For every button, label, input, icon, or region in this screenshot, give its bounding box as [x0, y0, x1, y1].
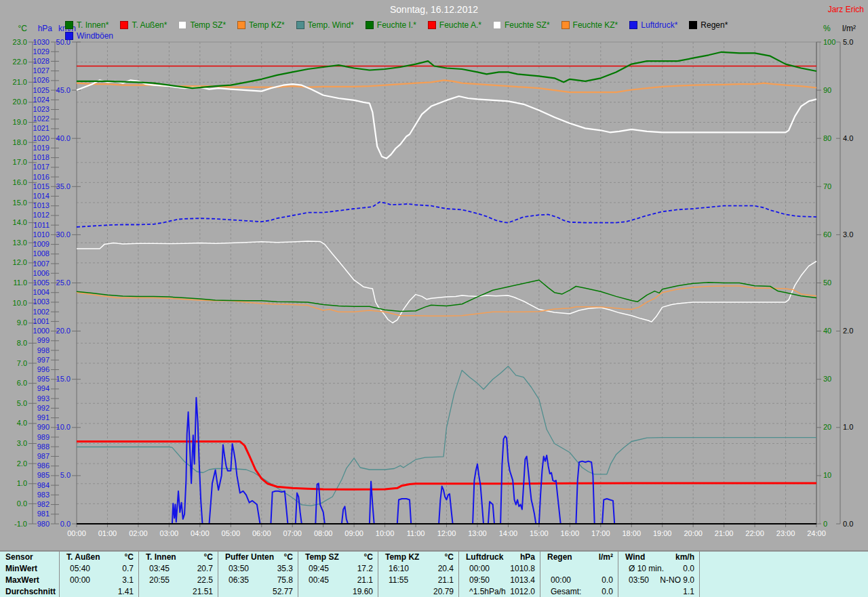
axis-tick-label: 1007 — [33, 260, 50, 268]
axis-tick-label: 0.0 — [843, 520, 853, 528]
cell-time: Temp SZ — [298, 552, 339, 562]
cell-value: 21.51 — [193, 587, 218, 596]
axis-tick-label: 19.0 — [13, 118, 27, 126]
table-cell-temp-sz-header: Temp SZ°C — [298, 552, 378, 563]
axis-tick-label: 11.0 — [13, 279, 27, 287]
axis-tick-label: 1008 — [33, 249, 50, 258]
axis-tick-label: 989 — [37, 433, 50, 441]
axis-tick-label: 21.0 — [13, 78, 27, 86]
axis-tick-label: 1013 — [33, 201, 50, 209]
table-cell-wind-header: Windkm/h — [618, 552, 700, 563]
table-cell-temp-kz-max: 11:5521.1 — [378, 575, 459, 586]
table-cell-t-innen-max: 20:5522.5 — [139, 575, 218, 586]
axis-tick-label: 5.0 — [60, 471, 71, 479]
cell-value: 1013.4 — [510, 575, 540, 585]
axis-tick-label: 50.0 — [56, 38, 71, 46]
axis-tick-label: 1.0 — [17, 479, 27, 487]
cell-time: 06:35 — [218, 575, 249, 585]
axis-tick-label: 1.0 — [843, 423, 853, 431]
x-axis-label: 06:00 — [252, 529, 271, 537]
cell-time: 00:00 — [540, 575, 571, 585]
x-axis-label: 20:00 — [684, 529, 703, 537]
table-cell-puffer-unten-avg: 52.77 — [218, 585, 298, 597]
cell-time: 03:50 — [618, 575, 649, 585]
stats-table: SensorT. Außen°CT. Innen°CPuffer Unten°C… — [0, 550, 868, 597]
axis-tick-label: 14.0 — [13, 218, 27, 226]
axis-tick-label: 991 — [37, 413, 50, 421]
table-cell-t-innen-min: 03:4520.7 — [139, 563, 218, 575]
axis-tick-label: 10.0 — [13, 299, 27, 307]
x-axis-label: 01:00 — [98, 529, 117, 537]
axis-tick-label: 90 — [823, 86, 831, 94]
table-cell-wind-max: 03:50N-NO 9.0 — [618, 575, 700, 586]
table-filler — [700, 552, 868, 563]
cell-value: 0.0 — [601, 587, 618, 596]
cell-value: km/h — [675, 552, 699, 562]
cell-value: 35.3 — [277, 564, 298, 573]
weather-chart: 23.022.021.020.019.018.017.016.015.014.0… — [0, 0, 868, 549]
axis-tick-label: 70 — [823, 182, 831, 190]
axis-tick-label: 35.0 — [56, 182, 71, 190]
x-axis-label: 21:00 — [715, 529, 734, 537]
axis-tick-label: 30 — [823, 375, 831, 383]
cell-value: 52.77 — [273, 587, 298, 596]
cell-time: 03:50 — [218, 564, 249, 573]
table-row-label: MaxWert — [0, 575, 60, 586]
table-cell-luftdruck-header: LuftdruckhPa — [459, 552, 540, 563]
axis-tick-label: 995 — [37, 375, 50, 383]
axis-tick-label: 983 — [37, 491, 50, 499]
cell-value: 21.1 — [438, 575, 458, 585]
cell-time: 03:45 — [139, 564, 170, 573]
x-axis-label: 00:00 — [67, 529, 86, 537]
x-axis-label: 10:00 — [376, 529, 395, 537]
axis-tick-label: 5.0 — [843, 38, 853, 46]
cell-time: ^1.5hPa/h — [459, 587, 506, 596]
table-row-label: Durchschnitt — [0, 585, 60, 597]
axis-tick-label: 1000 — [33, 327, 50, 335]
axis-tick-label: 12.0 — [13, 258, 27, 266]
table-filler — [700, 563, 868, 575]
axis-tick-label: 0.0 — [60, 520, 71, 528]
axis-tick-label: 1015 — [33, 182, 50, 190]
x-axis-label: 08:00 — [314, 529, 333, 537]
axis-tick-label: 1010 — [33, 230, 50, 239]
cell-time: 20:55 — [139, 575, 170, 585]
axis-tick-label: 1009 — [33, 240, 50, 248]
cell-value: °C — [204, 552, 218, 562]
axis-tick-label: 1024 — [33, 96, 50, 104]
weather-logger-window: Sonntag, 16.12.2012 Jarz Erich °ChPakm/h… — [0, 0, 868, 597]
axis-tick-label: 10 — [823, 471, 831, 479]
table-cell-t-au-en-max: 00:003.1 — [60, 575, 139, 586]
x-axis-label: 22:00 — [745, 529, 764, 537]
axis-tick-label: 40.0 — [56, 134, 71, 142]
table-cell-t-au-en-header: T. Außen°C — [60, 552, 139, 563]
table-cell-temp-kz-header: Temp KZ°C — [378, 552, 459, 563]
table-cell-luftdruck-max: 09:501013.4 — [459, 575, 540, 586]
cell-value: 20.7 — [197, 564, 218, 573]
cell-value: 1.41 — [118, 587, 138, 596]
table-row-label: MinWert — [0, 563, 60, 575]
axis-tick-label: 1029 — [33, 47, 50, 56]
table-cell-temp-sz-min: 09:4517.2 — [298, 563, 378, 575]
axis-tick-label: 993 — [37, 394, 50, 403]
cell-time: Temp KZ — [378, 552, 419, 562]
cell-value: 22.5 — [197, 575, 218, 585]
cell-time: Ø 10 min. — [618, 564, 664, 573]
table-cell-regen-header: Regenl/m² — [540, 552, 618, 563]
axis-tick-label: 980 — [37, 520, 50, 528]
cell-value: 0.0 — [601, 575, 618, 585]
axis-tick-label: 982 — [37, 500, 50, 508]
axis-tick-label: 1002 — [33, 308, 50, 316]
axis-tick-label: 16.0 — [13, 178, 27, 186]
cell-value: 3.1 — [122, 575, 138, 585]
axis-tick-label: 0.0 — [17, 499, 27, 508]
axis-tick-label: 2.0 — [843, 327, 853, 335]
table-cell-t-innen-avg: 21.51 — [139, 585, 218, 597]
axis-tick-label: 998 — [37, 346, 50, 354]
table-cell-temp-sz-avg: 19.60 — [298, 585, 378, 597]
x-axis-label: 23:00 — [776, 529, 795, 537]
cell-time: 00:00 — [60, 575, 90, 585]
table-cell-t-au-en-min: 05:400.7 — [60, 563, 139, 575]
axis-tick-label: 4.0 — [17, 419, 27, 427]
axis-tick-label: 992 — [37, 404, 50, 412]
